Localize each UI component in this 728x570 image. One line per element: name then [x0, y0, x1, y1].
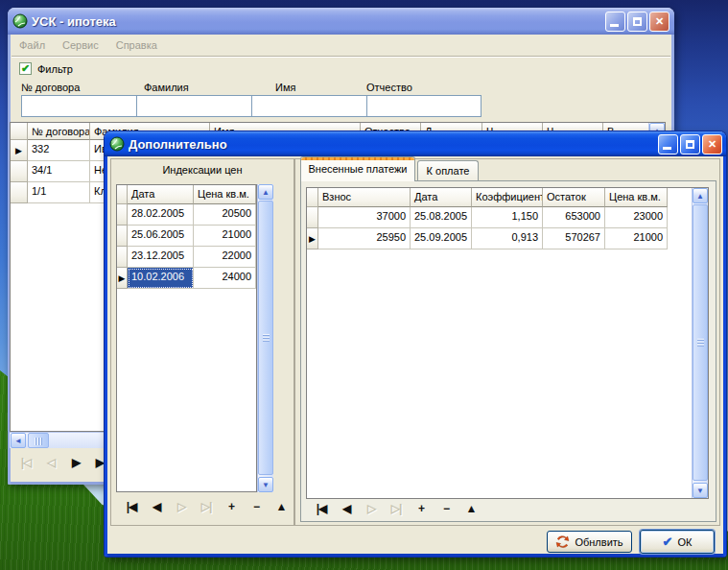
filter-checkbox-label: Фильтр [37, 63, 73, 75]
scroll-down-icon: ▼ [696, 487, 704, 495]
main-menubar: Файл Сервис Справка [11, 35, 671, 56]
col-price[interactable]: Цена кв.м. [194, 185, 256, 204]
table-row[interactable]: 23.12.2005 22000 [117, 247, 256, 268]
menu-help[interactable]: Справка [107, 36, 166, 54]
main-window-title: УСК - ипотека [32, 14, 116, 29]
ok-button[interactable]: ✔ ОК [640, 530, 715, 554]
main-titlebar[interactable]: УСК - ипотека ✕ [8, 8, 674, 35]
nav-first-button[interactable]: |◁ [13, 456, 38, 469]
nav-delete-button[interactable]: − [434, 502, 458, 515]
scroll-up-button[interactable]: ▲ [693, 188, 708, 203]
indicator-header-cell [117, 185, 128, 204]
table-row-active[interactable]: ▶ 25950 25.09.2005 0,913 570267 21000 [307, 228, 708, 249]
ok-check-icon: ✔ [663, 534, 673, 549]
nav-insert-button[interactable]: + [409, 502, 434, 515]
firstname-input[interactable] [251, 95, 367, 117]
indicator-header-cell [307, 188, 318, 207]
col-date[interactable]: Дата [128, 185, 194, 204]
tab-payments-label: Внесенные платежи [308, 163, 407, 175]
scroll-left-icon: ◄ [14, 437, 22, 445]
cell-date[interactable]: 25.09.2005 [411, 228, 472, 249]
close-button[interactable]: ✕ [702, 134, 722, 154]
scroll-up-button[interactable]: ▲ [258, 184, 273, 200]
scroll-up-icon: ▲ [262, 188, 270, 197]
maximize-button[interactable] [627, 12, 647, 32]
cell-contract[interactable]: 34/1 [28, 161, 90, 182]
nav-first-button[interactable]: |◀ [119, 500, 144, 513]
scroll-down-button[interactable]: ▼ [693, 483, 708, 498]
cell-price[interactable]: 21000 [194, 226, 256, 247]
nav-prior-button[interactable]: ◀ [144, 500, 169, 513]
close-button[interactable]: ✕ [649, 12, 669, 32]
cell-date[interactable]: 28.02.2005 [128, 204, 194, 226]
tab-payments[interactable]: Внесенные платежи [300, 156, 415, 181]
cell-price[interactable]: 24000 [194, 268, 256, 289]
nav-first-button[interactable]: |◀ [309, 502, 334, 515]
menu-service[interactable]: Сервис [54, 36, 107, 54]
col-date[interactable]: Дата [411, 188, 472, 207]
nav-last-button[interactable]: ▷| [384, 502, 409, 515]
nav-delete-button[interactable]: − [244, 500, 269, 513]
cell-coefficient[interactable]: 1,150 [472, 207, 543, 228]
minimize-button[interactable] [605, 12, 625, 32]
payments-panel: Внесенные платежи К оплате Взнос Дата Ко… [294, 158, 720, 526]
table-row[interactable]: 25.06.2005 21000 [117, 226, 256, 247]
col-coefficient[interactable]: Коэффициент [472, 188, 543, 207]
cell-contract[interactable]: 332 [28, 140, 90, 161]
payments-grid-vscrollbar[interactable]: ▲ ▼ [692, 188, 708, 498]
cell-installment[interactable]: 25950 [318, 228, 411, 249]
cell-coefficient[interactable]: 0,913 [472, 228, 543, 249]
cell-date-selected[interactable]: 10.02.2006 [128, 268, 194, 289]
menu-file[interactable]: Файл [11, 36, 54, 54]
nav-edit-button[interactable]: ▲ [269, 500, 294, 513]
cell-date[interactable]: 23.12.2005 [128, 247, 194, 268]
index-navigator: |◀ ◀ ▷ ▷| + − ▲ [119, 500, 294, 513]
cell-price[interactable]: 21000 [605, 228, 668, 249]
app-icon [109, 136, 125, 152]
payments-grid[interactable]: Взнос Дата Коэффициент Остаток Цена кв.м… [306, 187, 709, 499]
col-remainder[interactable]: Остаток [543, 188, 605, 207]
minimize-button[interactable] [658, 134, 678, 154]
nav-prior-button[interactable]: ◀ [334, 502, 359, 515]
cell-remainder[interactable]: 653000 [543, 207, 605, 228]
cell-date[interactable]: 25.06.2005 [128, 226, 194, 247]
col-price[interactable]: Цена кв.м. [605, 188, 668, 207]
vscroll-thumb[interactable] [693, 204, 708, 481]
scroll-down-button[interactable]: ▼ [258, 477, 273, 492]
maximize-icon [633, 17, 642, 26]
contract-no-input[interactable] [21, 95, 137, 117]
table-row[interactable]: 28.02.2005 20500 [117, 204, 256, 226]
nav-next-button[interactable]: ▷ [169, 500, 194, 513]
hscroll-thumb[interactable] [28, 433, 49, 448]
surname-input[interactable] [136, 95, 252, 117]
col-contract[interactable]: № договора [28, 123, 90, 140]
dialog-window: Дополнительно ✕ Индексации цен Дата Цена… [105, 131, 726, 557]
index-grid-vscrollbar[interactable]: ▲ ▼ [257, 184, 273, 492]
vscroll-thumb[interactable] [258, 201, 273, 475]
index-grid[interactable]: Дата Цена кв.м. 28.02.2005 20500 25.06.2… [116, 184, 257, 492]
cell-contract[interactable]: 1/1 [28, 182, 90, 203]
cell-price[interactable]: 20500 [194, 204, 256, 226]
cell-remainder[interactable]: 570267 [543, 228, 605, 249]
refresh-button[interactable]: Обнлвить [547, 531, 632, 553]
dialog-titlebar[interactable]: Дополнительно ✕ [105, 131, 726, 156]
maximize-button[interactable] [680, 134, 700, 154]
filter-checkbox[interactable]: ✔ [19, 62, 32, 75]
col-installment[interactable]: Взнос [318, 188, 411, 207]
patronymic-input[interactable] [366, 95, 481, 117]
cell-date[interactable]: 25.08.2005 [411, 207, 472, 228]
cell-price[interactable]: 22000 [194, 247, 256, 268]
table-row-selected[interactable]: ▶ 10.02.2006 24000 [117, 268, 256, 289]
table-row[interactable]: 37000 25.08.2005 1,150 653000 23000 [307, 207, 708, 228]
scroll-left-button[interactable]: ◄ [11, 433, 26, 448]
tab-to-pay[interactable]: К оплате [417, 160, 479, 181]
cell-price[interactable]: 23000 [605, 207, 668, 228]
cell-installment[interactable]: 37000 [318, 207, 411, 228]
nav-next-button[interactable]: ▷ [359, 502, 384, 515]
nav-next-button[interactable]: ▶ [63, 456, 88, 469]
minimize-icon [610, 24, 619, 27]
nav-edit-button[interactable]: ▲ [458, 502, 483, 515]
nav-last-button[interactable]: ▷| [194, 500, 219, 513]
nav-prior-button[interactable]: ◁ [38, 456, 63, 469]
nav-insert-button[interactable]: + [219, 500, 244, 513]
